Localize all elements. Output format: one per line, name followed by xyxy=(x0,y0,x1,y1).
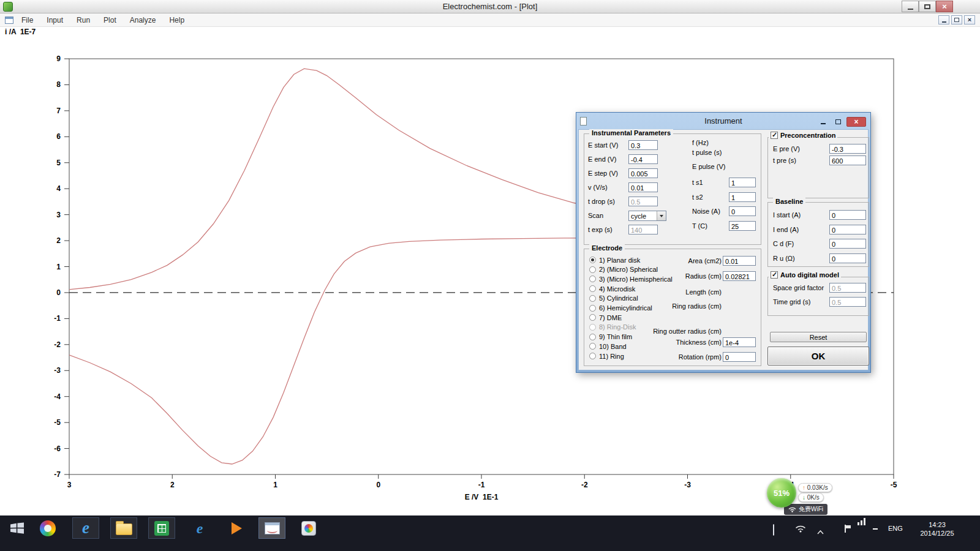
reset-button[interactable]: Reset xyxy=(770,332,867,342)
electrode-option-7-dme[interactable]: 7) DME xyxy=(589,313,622,321)
field-label: E end (V) xyxy=(588,156,616,163)
free-wifi-badge[interactable]: 免费WiFi xyxy=(784,504,827,515)
taskbar-spreadsheet-app[interactable] xyxy=(148,517,175,539)
window-minimize-button[interactable] xyxy=(902,1,919,12)
upload-speed: 0.03K/s xyxy=(807,484,828,491)
scan-select[interactable]: cycle xyxy=(628,211,666,221)
y-tick-label: 4 xyxy=(56,184,61,193)
x-tick-label: 2 xyxy=(170,481,175,489)
field-label: t pre (s) xyxy=(773,157,796,164)
mdi-close-button[interactable]: × xyxy=(964,15,975,24)
touch-keyboard-button[interactable] xyxy=(773,525,774,536)
network-button[interactable] xyxy=(795,524,806,535)
play-icon xyxy=(232,522,242,534)
window-maximize-button[interactable] xyxy=(919,1,936,12)
field-label: v (V/s) xyxy=(588,184,608,191)
window-close-button[interactable]: × xyxy=(936,1,953,12)
checkbox-icon xyxy=(771,271,778,279)
x-tick-label: 1 xyxy=(273,481,277,489)
chevron-up-icon xyxy=(817,530,824,534)
down-arrow-icon: ↓ xyxy=(802,494,805,501)
field-label: Noise (A) xyxy=(692,208,720,215)
menu-file[interactable]: File xyxy=(15,13,40,27)
start-button[interactable] xyxy=(5,517,29,539)
taskbar-media-player[interactable] xyxy=(223,517,250,539)
show-hidden-icons-button[interactable] xyxy=(817,526,824,537)
field-label: I start (A) xyxy=(773,211,801,219)
t-pre-s-input[interactable]: 600 xyxy=(829,156,866,165)
instrument-dialog: Instrument × Instrumental Parameters E s… xyxy=(576,112,871,373)
menubar: File Input Run Plot Analyze Help × xyxy=(0,13,980,27)
taskbar-internet-explorer-2[interactable]: e xyxy=(186,517,213,539)
t-s2-input[interactable]: 1 xyxy=(729,192,756,202)
y-tick-label: -5 xyxy=(54,418,61,427)
menu-analyze[interactable]: Analyze xyxy=(123,13,163,27)
taskbar-paint-app[interactable] xyxy=(295,517,322,539)
windows-logo-icon xyxy=(10,522,24,534)
y-tick-label: 3 xyxy=(56,211,61,219)
r-u-input[interactable]: 0 xyxy=(829,253,866,263)
space-grid-factor-input: 0.5 xyxy=(829,283,866,293)
noise-a-input[interactable]: 0 xyxy=(729,206,756,216)
checkbox-label: Preconcentration xyxy=(780,132,835,139)
x-tick-label: -3 xyxy=(684,481,691,489)
thickness-cm-input[interactable]: 1e-4 xyxy=(723,337,756,347)
dialog-icon xyxy=(580,117,587,126)
download-speed: 0K/s xyxy=(807,494,820,501)
e-start-v-input[interactable]: 0.3 xyxy=(628,140,658,150)
preconcentration-checkbox[interactable]: Preconcentration xyxy=(769,132,837,139)
paint-icon xyxy=(301,521,316,536)
field-label: E start (V) xyxy=(588,141,619,149)
baseline-group: Baseline I start (A)0I end (A)0C d (F)0R… xyxy=(767,202,869,267)
field-label: Ring radius (cm) xyxy=(621,302,722,310)
group-title: Instrumental Parameters xyxy=(589,129,673,137)
dropdown-arrow-icon[interactable] xyxy=(657,211,666,220)
dialog-titlebar[interactable]: Instrument × xyxy=(578,114,869,129)
radius-cm-input[interactable]: 0.02821 xyxy=(723,271,756,281)
electrode-option-11-ring[interactable]: 11) Ring xyxy=(589,352,624,360)
360-browser-icon xyxy=(40,520,56,536)
speed-ball[interactable]: 51% xyxy=(767,478,796,508)
i-start-a-input[interactable]: 0 xyxy=(829,210,866,220)
c-d-f-input[interactable]: 0 xyxy=(829,239,866,249)
e-pre-v-input[interactable]: -0.3 xyxy=(829,144,866,154)
t-c-input[interactable]: 25 xyxy=(729,221,756,231)
menu-help[interactable]: Help xyxy=(162,13,191,27)
menu-run[interactable]: Run xyxy=(70,13,97,27)
v-v-s-input[interactable]: 0.01 xyxy=(628,182,658,192)
clock-date: 2014/12/25 xyxy=(914,529,960,538)
field-label: t exp (s) xyxy=(588,226,612,233)
taskbar-clock[interactable]: 14:23 2014/12/25 xyxy=(914,520,960,538)
y-tick-label: -2 xyxy=(54,340,61,349)
auto-digital-model-checkbox[interactable]: Auto digital model xyxy=(769,271,841,279)
folder-icon xyxy=(116,523,132,535)
field-label: Rotation (rpm) xyxy=(621,353,722,361)
rotation-rpm-input[interactable]: 0 xyxy=(723,352,756,362)
minimize-icon xyxy=(908,9,913,10)
dialog-minimize-button[interactable] xyxy=(817,117,829,126)
taskbar-internet-explorer[interactable]: e xyxy=(72,517,99,539)
area-cm2-input[interactable]: 0.01 xyxy=(723,256,756,266)
taskbar-electrochemist-app[interactable] xyxy=(258,517,285,539)
menu-plot[interactable]: Plot xyxy=(97,13,123,27)
dialog-maximize-button[interactable] xyxy=(832,117,844,126)
x-tick-label: 0 xyxy=(376,481,380,489)
dialog-close-button[interactable]: × xyxy=(846,117,866,127)
y-tick-label: -1 xyxy=(54,314,61,323)
ok-button[interactable]: OK xyxy=(767,347,869,365)
window-titlebar: Electrochemist.com - [Plot] × xyxy=(0,0,980,13)
taskbar-file-explorer[interactable] xyxy=(110,517,137,539)
language-indicator[interactable]: ENG xyxy=(888,525,903,532)
mdi-child-icon[interactable] xyxy=(5,17,13,24)
field-label: t s1 xyxy=(692,179,703,186)
e-step-v-input[interactable]: 0.005 xyxy=(628,168,658,178)
taskbar-360-browser[interactable] xyxy=(34,517,61,539)
mdi-restore-button[interactable] xyxy=(951,15,962,24)
radio-icon xyxy=(589,343,596,350)
menu-input[interactable]: Input xyxy=(40,13,70,27)
i-end-a-input[interactable]: 0 xyxy=(829,225,866,234)
radio-icon xyxy=(589,305,596,312)
t-s1-input[interactable]: 1 xyxy=(729,178,756,187)
e-end-v-input[interactable]: -0.4 xyxy=(628,154,658,164)
mdi-minimize-button[interactable] xyxy=(938,15,949,24)
